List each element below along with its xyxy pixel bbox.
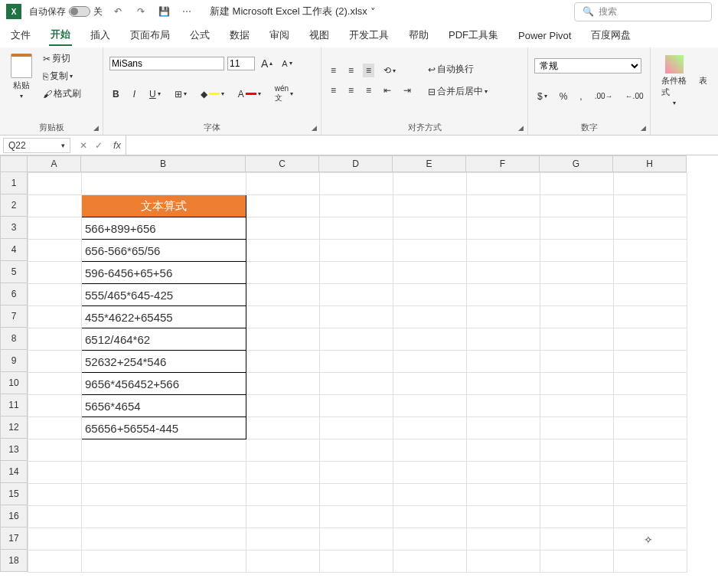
- number-format-select[interactable]: 常规: [534, 58, 641, 74]
- search-input[interactable]: 🔍 搜索: [574, 2, 712, 21]
- font-size-select[interactable]: [227, 57, 255, 70]
- cell-D8[interactable]: [320, 328, 393, 351]
- row-header-18[interactable]: 18: [0, 550, 28, 572]
- orientation-button[interactable]: ⟲▾: [380, 64, 399, 77]
- cell-C9[interactable]: [246, 351, 320, 373]
- cell-D4[interactable]: [320, 240, 393, 262]
- align-bottom-button[interactable]: ≡: [363, 64, 374, 77]
- cell-B3[interactable]: 566+899+656: [82, 217, 246, 240]
- cells[interactable]: 文本算式566+899+656656-566*65/56596-6456+65+…: [28, 172, 687, 573]
- cell-B1[interactable]: [82, 173, 246, 195]
- clipboard-dialog-launcher[interactable]: ◢: [91, 123, 100, 132]
- cell-H13[interactable]: [614, 439, 687, 462]
- cell-G3[interactable]: [540, 217, 614, 240]
- cell-C12[interactable]: [246, 417, 320, 439]
- cell-F8[interactable]: [467, 328, 540, 351]
- cell-C15[interactable]: [246, 484, 320, 506]
- decrease-font-button[interactable]: A▾: [279, 57, 295, 70]
- cell-G15[interactable]: [540, 484, 614, 506]
- toggle-off-icon[interactable]: [69, 6, 90, 17]
- cell-F1[interactable]: [467, 173, 540, 195]
- cell-G4[interactable]: [540, 240, 614, 262]
- cell-F15[interactable]: [467, 484, 540, 506]
- cell-D9[interactable]: [320, 351, 393, 373]
- cell-D12[interactable]: [320, 417, 393, 439]
- cell-F12[interactable]: [467, 417, 540, 439]
- cell-F9[interactable]: [467, 351, 540, 373]
- font-dialog-launcher[interactable]: ◢: [309, 123, 318, 132]
- redo-button[interactable]: ↷: [133, 4, 148, 19]
- align-left-button[interactable]: ≡: [328, 83, 339, 97]
- align-right-button[interactable]: ≡: [363, 83, 374, 97]
- cell-E18[interactable]: [393, 550, 467, 573]
- cell-F2[interactable]: [467, 195, 540, 217]
- cell-E3[interactable]: [393, 217, 467, 240]
- cell-G10[interactable]: [540, 373, 614, 395]
- cell-E15[interactable]: [393, 484, 467, 506]
- row-header-13[interactable]: 13: [0, 439, 28, 461]
- cell-G7[interactable]: [540, 306, 614, 328]
- cell-F3[interactable]: [467, 217, 540, 240]
- cell-H10[interactable]: [614, 373, 687, 395]
- cell-C14[interactable]: [246, 462, 320, 484]
- cell-D7[interactable]: [320, 306, 393, 328]
- cell-A5[interactable]: [28, 262, 82, 284]
- row-header-3[interactable]: 3: [0, 217, 28, 239]
- cell-A9[interactable]: [28, 351, 82, 373]
- cell-B15[interactable]: [82, 484, 246, 506]
- cell-G5[interactable]: [540, 262, 614, 284]
- cell-D3[interactable]: [320, 217, 393, 240]
- tab-文件[interactable]: 文件: [9, 25, 32, 45]
- cell-A13[interactable]: [28, 439, 82, 462]
- tab-帮助[interactable]: 帮助: [407, 25, 430, 45]
- cell-E9[interactable]: [393, 351, 467, 373]
- cell-B9[interactable]: 52632+254*546: [82, 351, 246, 373]
- cell-H8[interactable]: [614, 328, 687, 351]
- cell-A10[interactable]: [28, 373, 82, 395]
- number-dialog-launcher[interactable]: ◢: [638, 123, 648, 132]
- cell-D1[interactable]: [320, 173, 393, 195]
- cut-button[interactable]: ✂剪切: [40, 51, 84, 67]
- border-button[interactable]: ⊞▾: [171, 87, 190, 101]
- row-header-17[interactable]: 17: [0, 528, 28, 550]
- cell-B17[interactable]: [82, 528, 246, 550]
- cell-C11[interactable]: [246, 395, 320, 417]
- cell-H2[interactable]: [614, 195, 687, 217]
- cell-E11[interactable]: [393, 395, 467, 417]
- underline-button[interactable]: U▾: [146, 87, 164, 101]
- row-header-12[interactable]: 12: [0, 416, 28, 439]
- cell-C16[interactable]: [246, 506, 320, 528]
- cell-F11[interactable]: [467, 395, 540, 417]
- cell-A2[interactable]: [28, 195, 82, 217]
- indent-increase-button[interactable]: ⇥: [400, 83, 414, 97]
- cell-C3[interactable]: [246, 217, 320, 240]
- cell-C6[interactable]: [246, 284, 320, 306]
- cell-B10[interactable]: 9656*456452+566: [82, 373, 246, 395]
- cell-H11[interactable]: [614, 395, 687, 417]
- cell-A3[interactable]: [28, 217, 82, 240]
- cell-H4[interactable]: [614, 240, 687, 262]
- align-top-button[interactable]: ≡: [328, 64, 339, 77]
- spreadsheet-grid[interactable]: ABCDEFGH 123456789101112131415161718 文本算…: [0, 155, 718, 573]
- cell-B6[interactable]: 555/465*645-425: [82, 284, 246, 306]
- cell-F16[interactable]: [467, 506, 540, 528]
- font-color-button[interactable]: A▾: [235, 87, 264, 101]
- cell-G16[interactable]: [540, 506, 614, 528]
- cell-A11[interactable]: [28, 395, 82, 417]
- tab-开发工具[interactable]: 开发工具: [348, 25, 390, 45]
- increase-decimal-button[interactable]: .00→: [592, 90, 616, 102]
- bold-button[interactable]: B: [109, 87, 122, 101]
- cell-B14[interactable]: [82, 462, 246, 484]
- cell-C5[interactable]: [246, 262, 320, 284]
- accept-formula-button[interactable]: ✓: [92, 139, 106, 152]
- comma-button[interactable]: ,: [576, 90, 585, 103]
- font-name-select[interactable]: [109, 57, 224, 70]
- row-header-1[interactable]: 1: [0, 172, 28, 194]
- cell-A12[interactable]: [28, 417, 82, 439]
- cell-F4[interactable]: [467, 240, 540, 262]
- cell-C4[interactable]: [246, 240, 320, 262]
- tab-插入[interactable]: 插入: [89, 25, 112, 45]
- row-header-9[interactable]: 9: [0, 350, 28, 372]
- percent-button[interactable]: %: [556, 90, 571, 103]
- cell-B5[interactable]: 596-6456+65+56: [82, 262, 246, 284]
